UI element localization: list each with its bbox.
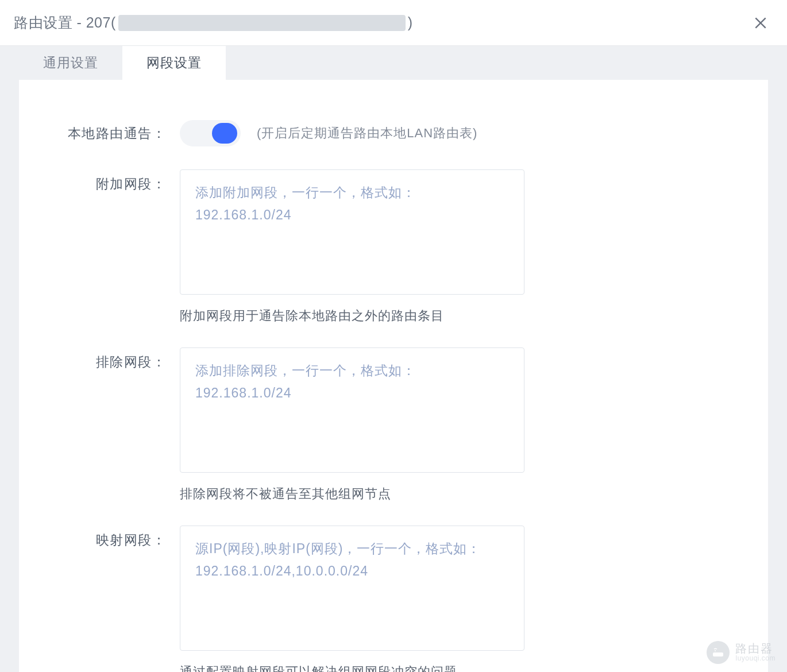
- tabs: 通用设置 网段设置: [0, 46, 787, 80]
- watermark: 路由器 luyouqi.com: [707, 641, 776, 664]
- svg-point-1: [715, 650, 716, 651]
- modal-title-prefix: 路由设置 - 207(: [14, 13, 116, 32]
- label-exclude-segment: 排除网段：: [19, 347, 180, 371]
- textarea-map-segment[interactable]: [180, 526, 524, 651]
- tab-general[interactable]: 通用设置: [19, 46, 122, 80]
- help-map-segment: 通过配置映射网段可以解决组网网段冲突的问题。: [180, 663, 524, 672]
- control-map-segment: 通过配置映射网段可以解决组网网段冲突的问题。: [180, 526, 524, 672]
- content-panel: 本地路由通告： (开启后定期通告路由本地LAN路由表) 附加网段： 附加网段用于…: [19, 80, 768, 672]
- label-extra-segment: 附加网段：: [19, 169, 180, 193]
- row-local-route-advert: 本地路由通告： (开启后定期通告路由本地LAN路由表): [19, 120, 768, 146]
- modal-title: 路由设置 - 207( ): [14, 13, 413, 32]
- control-exclude-segment: 排除网段将不被通告至其他组网节点: [180, 347, 524, 503]
- row-map-segment: 映射网段： 通过配置映射网段可以解决组网网段冲突的问题。: [19, 526, 768, 672]
- modal-title-suffix: ): [408, 14, 413, 31]
- label-map-segment: 映射网段：: [19, 526, 180, 549]
- toggle-local-route-advert[interactable]: [180, 120, 241, 146]
- row-exclude-segment: 排除网段： 排除网段将不被通告至其他组网节点: [19, 347, 768, 503]
- watermark-sub: luyouqi.com: [735, 655, 776, 662]
- toggle-knob: [212, 123, 237, 144]
- watermark-main: 路由器: [735, 642, 776, 655]
- control-extra-segment: 附加网段用于通告除本地路由之外的路由条目: [180, 169, 524, 325]
- textarea-extra-segment[interactable]: [180, 169, 524, 295]
- modal-header: 路由设置 - 207( ): [0, 0, 787, 46]
- help-exclude-segment: 排除网段将不被通告至其他组网节点: [180, 485, 524, 503]
- close-button[interactable]: [751, 14, 770, 32]
- toggle-wrap: (开启后定期通告路由本地LAN路由表): [180, 120, 477, 146]
- label-local-route-advert: 本地路由通告：: [19, 125, 180, 142]
- tab-segment[interactable]: 网段设置: [122, 46, 226, 80]
- svg-rect-0: [713, 652, 723, 656]
- textarea-exclude-segment[interactable]: [180, 347, 524, 473]
- watermark-text: 路由器 luyouqi.com: [735, 642, 776, 662]
- router-icon: [707, 641, 730, 664]
- close-icon: [753, 16, 768, 30]
- modal-title-redacted: [118, 15, 406, 31]
- help-extra-segment: 附加网段用于通告除本地路由之外的路由条目: [180, 307, 524, 325]
- row-extra-segment: 附加网段： 附加网段用于通告除本地路由之外的路由条目: [19, 169, 768, 325]
- hint-local-route-advert: (开启后定期通告路由本地LAN路由表): [257, 125, 477, 142]
